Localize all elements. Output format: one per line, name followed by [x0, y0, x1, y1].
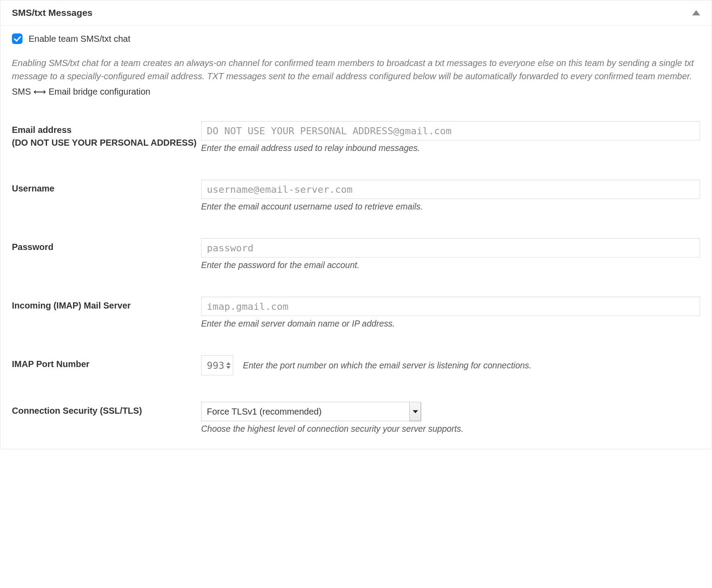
stepper-up-icon[interactable]	[226, 362, 231, 365]
security-row: Connection Security (SSL/TLS) Force TLSv…	[12, 402, 700, 434]
email-input[interactable]	[201, 121, 700, 140]
enable-sms-checkbox[interactable]	[12, 33, 22, 44]
imap-server-row: Incoming (IMAP) Mail Server Enter the em…	[12, 297, 700, 329]
imap-port-input[interactable]	[202, 357, 225, 374]
imap-server-input[interactable]	[201, 297, 700, 316]
username-label: Username	[12, 180, 201, 195]
security-select[interactable]: Force TLSv1 (recommended)	[201, 402, 421, 421]
sms-settings-panel: SMS/txt Messages Enable team SMS/txt cha…	[0, 0, 712, 449]
collapse-up-icon[interactable]	[692, 10, 700, 15]
panel-title: SMS/txt Messages	[12, 7, 92, 18]
imap-port-stepper	[201, 355, 233, 375]
panel-header[interactable]: SMS/txt Messages	[0, 0, 712, 26]
email-help: Enter the email address used to relay in…	[201, 143, 700, 153]
password-help: Enter the password for the email account…	[201, 260, 700, 270]
username-help: Enter the email account username used to…	[201, 202, 700, 212]
imap-server-label: Incoming (IMAP) Mail Server	[12, 297, 201, 312]
security-help: Choose the highest level of connection s…	[201, 424, 700, 434]
password-label: Password	[12, 238, 201, 254]
port-stepper-buttons	[225, 362, 233, 369]
enable-checkbox-row: Enable team SMS/txt chat	[12, 33, 700, 44]
imap-port-label: IMAP Port Number	[12, 355, 201, 371]
username-input[interactable]	[201, 180, 700, 199]
email-row: Email address (DO NOT USE YOUR PERSONAL …	[12, 121, 700, 153]
password-row: Password Enter the password for the emai…	[12, 238, 700, 270]
feature-description: Enabling SMS/txt chat for a team creates…	[12, 56, 698, 83]
security-select-wrap: Force TLSv1 (recommended)	[201, 402, 421, 421]
password-input[interactable]	[201, 238, 700, 257]
imap-server-help: Enter the email server domain name or IP…	[201, 319, 700, 329]
imap-port-help: Enter the port number on which the email…	[243, 360, 532, 371]
stepper-down-icon[interactable]	[226, 366, 231, 369]
security-label: Connection Security (SSL/TLS)	[12, 402, 201, 417]
bridge-config-heading: SMS ⟷ Email bridge configuration	[12, 86, 700, 97]
enable-sms-label: Enable team SMS/txt chat	[29, 34, 130, 44]
panel-body: Enable team SMS/txt chat Enabling SMS/tx…	[0, 26, 712, 449]
imap-port-row: IMAP Port Number Enter the port number o…	[12, 355, 700, 375]
email-label: Email address (DO NOT USE YOUR PERSONAL …	[12, 121, 201, 149]
username-row: Username Enter the email account usernam…	[12, 180, 700, 212]
